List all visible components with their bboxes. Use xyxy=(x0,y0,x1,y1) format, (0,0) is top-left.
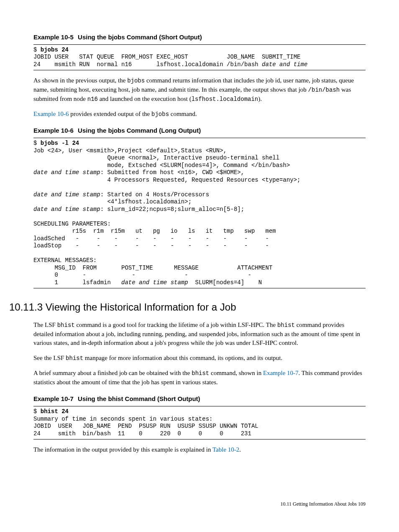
paragraph: A brief summary about a finished job can… xyxy=(33,369,366,387)
section-heading-10-11-3: 10.11.3 Viewing the Historical Informati… xyxy=(9,300,366,315)
page-footer: 10.11 Getting Information About Jobs 109 xyxy=(33,501,366,508)
example-num: Example 10-6 xyxy=(33,127,74,134)
example-10-5-title: Example 10-5 Using the bjobs Command (Sh… xyxy=(33,33,366,42)
code-block-ex10-5: $ bjobs 24 JOBID USER STAT QUEUE FROM_HO… xyxy=(33,44,366,71)
example-num: Example 10-5 xyxy=(33,33,74,41)
paragraph: As shown in the previous output, the bjo… xyxy=(33,76,366,103)
code-block-ex10-7: $ bhist 24 Summary of time in seconds sp… xyxy=(33,406,366,439)
link-table-10-2[interactable]: Table 10-2 xyxy=(212,446,239,453)
paragraph: See the LSF bhist manpage for more infor… xyxy=(33,354,366,363)
example-text: Using the bjobs Command (Long Output) xyxy=(78,127,201,134)
example-10-7-title: Example 10-7 Using the bhist Command (Sh… xyxy=(33,394,366,403)
example-text: Using the bhist Command (Short Output) xyxy=(78,395,200,402)
example-10-6-title: Example 10-6 Using the bjobs Command (Lo… xyxy=(33,126,366,135)
code-block-ex10-6: $ bjobs -l 24 Job <24>, User <msmith>,Pr… xyxy=(33,138,366,288)
paragraph: Example 10-6 provides extended output of… xyxy=(33,110,366,119)
link-example-10-6[interactable]: Example 10-6 xyxy=(33,111,69,117)
link-example-10-7[interactable]: Example 10-7 xyxy=(263,370,299,376)
paragraph: The information in the output provided b… xyxy=(33,445,366,455)
example-num: Example 10-7 xyxy=(33,395,74,402)
paragraph: The LSF bhist command is a good tool for… xyxy=(33,321,366,348)
example-text: Using the bjobs Command (Short Output) xyxy=(78,33,202,41)
